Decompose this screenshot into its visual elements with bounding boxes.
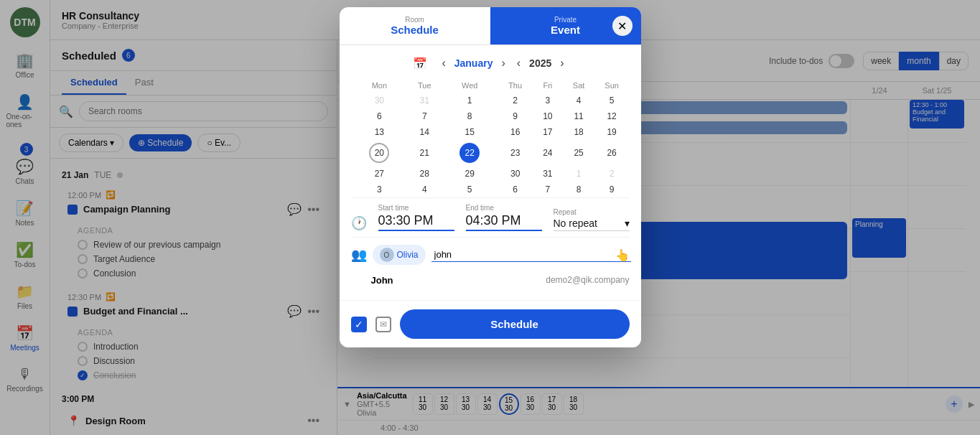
cal-day-7[interactable]: 7 [408, 108, 441, 124]
cal-day-10[interactable]: 10 [532, 108, 563, 124]
prev-month-btn[interactable]: ‹ [439, 54, 448, 72]
calendar-icon: 📅 [413, 57, 427, 70]
cal-day-5[interactable]: 5 [594, 93, 630, 108]
repeat-value[interactable]: No repeat ▾ [554, 218, 630, 231]
time-row: 🕐 Start time 03:30 PM End time 04:30 PM … [351, 197, 630, 237]
cal-day-26[interactable]: 26 [594, 140, 630, 166]
cal-day-6[interactable]: 6 [351, 108, 409, 124]
email-icon[interactable]: ✉ [375, 317, 391, 332]
cal-day-6-feb[interactable]: 6 [498, 182, 532, 197]
cal-day-18[interactable]: 18 [563, 124, 594, 140]
cal-header-mon: Mon [351, 78, 409, 93]
cal-day-2[interactable]: 2 [498, 93, 532, 108]
cal-header-sat: Sat [563, 78, 594, 93]
participant-john-email: demo2@qik.company [546, 275, 629, 286]
cal-day-7-feb[interactable]: 7 [532, 182, 563, 197]
cal-day-31-other[interactable]: 31 [408, 93, 441, 108]
cal-day-4-feb[interactable]: 4 [408, 182, 441, 197]
schedule-modal-button[interactable]: Schedule [400, 309, 630, 339]
next-month-btn[interactable]: › [498, 54, 508, 72]
cal-day-8[interactable]: 8 [441, 108, 498, 124]
cal-day-16[interactable]: 16 [498, 124, 532, 140]
cal-day-30-other[interactable]: 30 [351, 93, 409, 108]
cal-week-1: 30 31 1 2 3 4 5 [351, 93, 630, 108]
cal-day-31[interactable]: 31 [532, 166, 563, 182]
cal-day-20[interactable]: 20 [351, 140, 409, 166]
cursor-indicator: 👆 [615, 248, 630, 262]
cal-day-21[interactable]: 21 [408, 140, 441, 166]
repeat-label: Repeat [554, 208, 630, 216]
end-time-field: End time 04:30 PM [466, 204, 542, 231]
cal-header-sun: Sun [594, 78, 630, 93]
tab-room-sub: Room [348, 16, 482, 24]
participants-icon: 👥 [351, 247, 367, 263]
cal-day-3-feb[interactable]: 3 [351, 182, 409, 197]
start-time-value[interactable]: 03:30 PM [378, 213, 454, 231]
cal-day-4[interactable]: 4 [563, 93, 594, 108]
repeat-field: Repeat No repeat ▾ [554, 208, 630, 231]
cal-day-11[interactable]: 11 [563, 108, 594, 124]
cal-week-6: 3 4 5 6 7 8 9 [351, 182, 630, 197]
olivia-name: Olivia [397, 250, 419, 260]
start-time-label: Start time [378, 204, 454, 212]
modal-body: 📅 ‹ January › ‹ 2025 › Mon Tue Wed Thu F… [340, 45, 641, 300]
prev-year-btn[interactable]: ‹ [514, 54, 523, 72]
cal-day-5-feb[interactable]: 5 [441, 182, 498, 197]
schedule-modal: Room Schedule Private Event ✕ 📅 ‹ Januar… [340, 7, 641, 347]
cal-year-label: 2025 [529, 57, 551, 69]
cal-day-9-feb[interactable]: 9 [594, 182, 630, 197]
participant-olivia-chip[interactable]: O Olivia [373, 245, 426, 265]
participant-john-name: John [371, 275, 393, 286]
modal-tabs: Room Schedule Private Event ✕ [340, 7, 641, 45]
cal-week-4: 20 21 22 23 24 25 26 [351, 140, 630, 166]
checkbox-icon[interactable]: ✓ [351, 317, 367, 332]
cal-week-3: 13 14 15 16 17 18 19 [351, 124, 630, 140]
cal-header-fri: Fri [532, 78, 563, 93]
tab-room-schedule[interactable]: Room Schedule [340, 7, 490, 45]
clock-icon: 🕐 [351, 215, 367, 231]
modal-close-button[interactable]: ✕ [612, 16, 633, 36]
cal-day-1[interactable]: 1 [441, 93, 498, 108]
end-time-value[interactable]: 04:30 PM [466, 213, 542, 231]
cal-day-9[interactable]: 9 [498, 108, 532, 124]
cal-day-19[interactable]: 19 [594, 124, 630, 140]
cal-day-22[interactable]: 22 [441, 140, 498, 166]
start-time-field: Start time 03:30 PM [378, 204, 454, 231]
cal-day-13[interactable]: 13 [351, 124, 409, 140]
cal-day-2-feb[interactable]: 2 [594, 166, 630, 182]
cal-header-thu: Thu [498, 78, 532, 93]
cal-day-30[interactable]: 30 [498, 166, 532, 182]
cal-day-1-feb[interactable]: 1 [563, 166, 594, 182]
cal-day-8-feb[interactable]: 8 [563, 182, 594, 197]
cal-day-25[interactable]: 25 [563, 140, 594, 166]
cal-month-label: January [454, 57, 493, 69]
participant-input[interactable] [431, 248, 631, 262]
cal-day-29[interactable]: 29 [441, 166, 498, 182]
cal-day-23[interactable]: 23 [498, 140, 532, 166]
repeat-text: No repeat [554, 218, 597, 229]
olivia-avatar: O [380, 248, 394, 262]
cal-week-5: 27 28 29 30 31 1 2 [351, 166, 630, 182]
cal-day-27[interactable]: 27 [351, 166, 409, 182]
cal-day-12[interactable]: 12 [594, 108, 630, 124]
next-year-btn[interactable]: › [557, 54, 566, 72]
cal-week-2: 6 7 8 9 10 11 12 [351, 108, 630, 124]
modal-footer: ✓ ✉ Schedule [340, 300, 641, 347]
calendar-header: 📅 ‹ January › ‹ 2025 › [351, 54, 630, 72]
cal-header-tue: Tue [408, 78, 441, 93]
modal-overlay: Room Schedule Private Event ✕ 📅 ‹ Januar… [0, 0, 980, 435]
cal-day-17[interactable]: 17 [532, 124, 563, 140]
cal-day-24[interactable]: 24 [532, 140, 563, 166]
calendar-grid: Mon Tue Wed Thu Fri Sat Sun 30 31 1 2 [351, 78, 630, 197]
cal-day-15[interactable]: 15 [441, 124, 498, 140]
cal-day-28[interactable]: 28 [408, 166, 441, 182]
cal-day-14[interactable]: 14 [408, 124, 441, 140]
participant-details: John demo2@qik.company [351, 272, 630, 291]
repeat-dropdown-icon: ▾ [625, 218, 630, 229]
participants-row: 👥 O Olivia 👆 [351, 237, 630, 272]
end-time-label: End time [466, 204, 542, 212]
tab-room-main: Schedule [348, 24, 482, 36]
cal-header-wed: Wed [441, 78, 498, 93]
cal-day-3[interactable]: 3 [532, 93, 563, 108]
